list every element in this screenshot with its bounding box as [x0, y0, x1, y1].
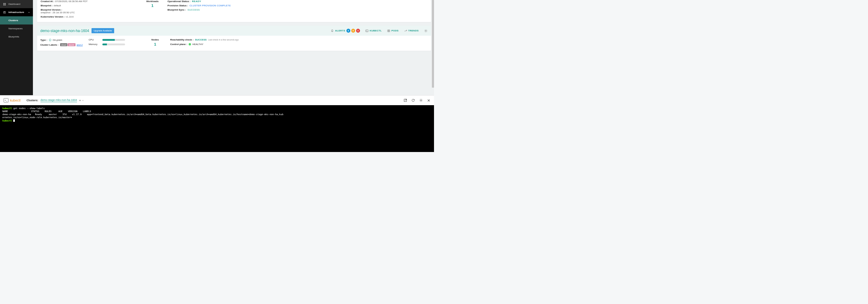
cluster-labels-label: Cluster Labels : — [40, 43, 59, 46]
trends-action[interactable]: TRENDS — [404, 29, 418, 32]
labels-more-link[interactable]: and 2 — [77, 43, 83, 46]
terminal-prompt: kubectl — [2, 107, 13, 110]
sidebar-item-label: Namespaces — [8, 27, 23, 30]
cpu-bar-fill — [102, 39, 115, 41]
op-status-value: READY — [192, 0, 202, 3]
cluster-card: demo-stage-mks-non-ha-1604 Upgrade Avail… — [37, 26, 431, 51]
cpu-bar — [102, 39, 125, 41]
blueprint-version-value: snapshot - 28 Jul 20 05:50 UTC — [41, 11, 75, 14]
kubectl-toolbar: >_ kubectl Clusters: demo-stage-mks-non-… — [0, 95, 434, 105]
svg-rect-8 — [4, 12, 4, 12]
sidebar-item-namespaces[interactable]: Namespaces — [0, 25, 33, 33]
alerts-action[interactable]: ALERTS 0 0 3 — [331, 29, 360, 33]
type-label: Type : — [40, 39, 48, 41]
svg-point-17 — [421, 100, 422, 101]
cpu-label: CPU — [89, 38, 102, 41]
sidebar-item-dashboard[interactable]: Dashboard — [0, 0, 33, 8]
terminal-brand-icon: >_ — [4, 98, 8, 102]
blueprint-label: Blueprint : — [41, 4, 53, 7]
memory-bar-fill — [102, 43, 107, 45]
onprem-icon — [49, 38, 52, 41]
sidebar-item-clusters[interactable]: Clusters — [0, 16, 33, 25]
k8s-version-value: v1.18.6 — [66, 16, 74, 18]
status-dot-icon — [189, 43, 191, 45]
cluster-summary-card: Created At : 07/28/2020, 08:38:56 AM PDT… — [37, 0, 431, 22]
terminal-cursor-prompt: kubectl — [2, 119, 13, 122]
chevron-down-icon — [28, 11, 30, 13]
sidebar-item-label: Blueprints — [8, 35, 19, 38]
op-status-label: Operational Status : — [167, 0, 191, 3]
alert-badge-info[interactable]: 0 — [346, 29, 350, 33]
sidebar-item-label: Infrastructure — [8, 11, 24, 13]
svg-rect-1 — [4, 3, 6, 4]
close-icon[interactable] — [427, 99, 430, 102]
bp-sync-label: Blueprint Sync : — [167, 8, 186, 11]
reachability-label: Reachability check : — [170, 38, 194, 41]
cluster-card-header: demo-stage-mks-non-ha-1604 Upgrade Avail… — [37, 26, 431, 36]
cluster-name-link[interactable]: demo-stage-mks-non-ha-1604 — [40, 29, 89, 33]
kubectl-brand: >_ kubectl — [4, 98, 21, 102]
kubectl-cluster-tab[interactable]: demo-stage-mks-non-ha-1604 — [40, 98, 77, 102]
upgrade-available-button[interactable]: Upgrade Available — [92, 28, 114, 33]
label-pill-azure[interactable]: azure — [68, 43, 75, 46]
terminal-icon — [366, 29, 369, 32]
nodes-count[interactable]: 1 — [140, 42, 170, 47]
open-external-icon[interactable] — [403, 98, 407, 102]
terminal-row: demo-stage-mks-non-ha Ready master 37d v… — [2, 113, 283, 116]
svg-rect-5 — [4, 12, 4, 12]
kubectl-terminal[interactable]: kubectl get nodes --show-labels NAME STA… — [0, 105, 434, 152]
trends-label: TRENDS — [408, 29, 418, 32]
sidebar-item-label: Dashboard — [8, 3, 20, 5]
pods-action[interactable]: PODS — [387, 29, 399, 32]
dashboard-icon — [3, 3, 6, 5]
terminal-command: get nodes --show-labels — [13, 107, 45, 110]
sidebar-item-infrastructure[interactable]: Infrastructure — [0, 8, 33, 16]
sidebar-item-blueprints[interactable]: Blueprints — [0, 33, 33, 41]
settings-icon[interactable] — [424, 29, 428, 33]
alert-badge-crit[interactable]: 3 — [356, 29, 360, 33]
type-value: On-prem — [53, 39, 62, 41]
main-content: Created At : 07/28/2020, 08:38:56 AM PDT… — [33, 0, 434, 95]
created-at-label: Created At : — [41, 0, 54, 3]
workloads-label: Workloads — [137, 0, 167, 3]
svg-rect-2 — [3, 4, 4, 5]
kubectl-label: KUBECTL — [370, 29, 382, 32]
kubectl-clusters-label: Clusters: — [27, 99, 38, 102]
blueprint-version-label: Blueprint Version : — [41, 8, 62, 11]
svg-rect-10 — [366, 30, 368, 32]
terminal-cursor — [13, 119, 15, 122]
pods-label: PODS — [392, 29, 399, 32]
bp-sync-value[interactable]: SUCCESS — [188, 8, 199, 11]
settings-icon[interactable] — [419, 98, 423, 102]
alert-badge-warn[interactable]: 0 — [351, 29, 355, 33]
prov-status-value[interactable]: CLUSTER PROVISION COMPLETE — [190, 4, 231, 7]
nodes-label: Nodes — [140, 38, 170, 41]
workloads-count[interactable]: 1 — [137, 3, 167, 8]
kubectl-brand-text: kubectl — [10, 98, 21, 102]
memory-bar — [102, 43, 125, 45]
svg-rect-3 — [4, 4, 6, 5]
svg-rect-0 — [3, 3, 4, 4]
trend-icon — [404, 29, 407, 32]
building-icon — [3, 11, 6, 13]
k8s-version-label: Kubernetes Version : — [41, 16, 65, 18]
scrollbar[interactable] — [432, 0, 434, 95]
prov-status-label: Provision Status : — [167, 4, 188, 7]
alerts-label: ALERTS — [335, 29, 345, 32]
svg-point-15 — [426, 30, 427, 31]
kubectl-add-tab-button[interactable]: + — [79, 99, 81, 102]
label-pill-cloud[interactable]: cloud — [60, 43, 68, 46]
sidebar: Dashboard Infrastructure Clusters Namesp… — [0, 0, 33, 95]
scrollbar-thumb[interactable] — [432, 0, 434, 88]
blueprint-value: default — [54, 4, 61, 7]
refresh-icon[interactable] — [411, 98, 415, 102]
reachability-value: SUCCESS — [195, 38, 207, 41]
bell-icon — [331, 29, 334, 32]
kubectl-tab-caret-icon[interactable] — [82, 100, 84, 101]
memory-label: Memory — [89, 43, 102, 45]
sidebar-item-label: Clusters — [8, 19, 18, 22]
terminal-row-cont: ernetes.io/os=linux,node-role.kubernetes… — [2, 116, 72, 119]
svg-rect-7 — [5, 12, 5, 12]
kubectl-action[interactable]: KUBECTL — [366, 29, 382, 32]
terminal-header: NAME STATUS ROLES AGE VERSION LABELS — [2, 110, 91, 113]
